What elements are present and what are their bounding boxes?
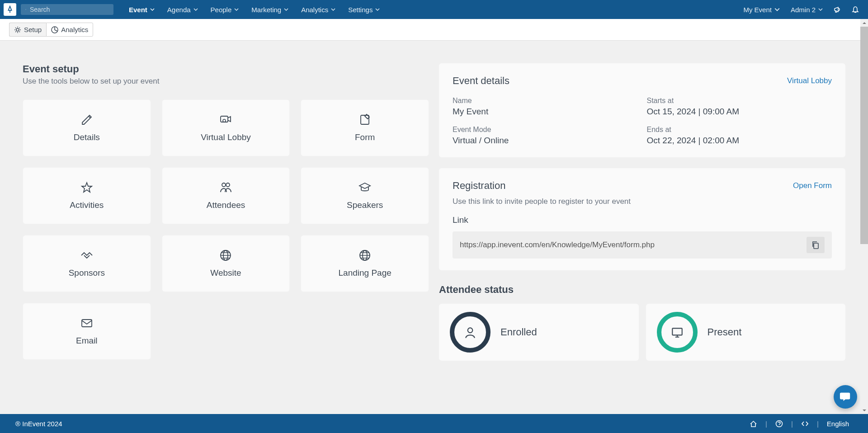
card-label: Landing Page [339,268,392,278]
people-icon [219,181,232,194]
notifications-button[interactable] [846,0,864,19]
registration-title: Registration [453,180,505,192]
scroll-down-arrow[interactable] [860,406,868,412]
card-details[interactable]: Details [23,99,151,156]
user-icon [463,325,477,339]
present-donut [657,312,698,353]
attendee-status-section: Attendee status Enrolled Present [439,281,845,361]
copy-link-button[interactable] [807,237,825,253]
card-label: Attendees [207,200,245,210]
card-label: Virtual Lobby [201,132,251,142]
link-field-label: Link [453,215,832,225]
enrolled-card[interactable]: Enrolled [439,304,639,361]
nav-analytics[interactable]: Analytics [295,0,342,19]
search-icon [25,6,26,13]
scrollbar[interactable] [860,19,868,412]
right-column: Event details Virtual Lobby Name My Even… [439,63,845,376]
chevron-down-icon [284,7,288,12]
card-label: Activities [70,200,104,210]
globe-icon [359,249,371,262]
registration-subtitle: Use this link to invite people to regist… [453,197,832,206]
main-content: Event setup Use the tools below to set u… [0,41,868,412]
chat-icon [840,391,851,403]
card-attendees[interactable]: Attendees [162,167,290,224]
subtabs: Setup Analytics [0,19,868,41]
card-label: Email [76,336,98,346]
search-input-wrap[interactable] [21,4,113,15]
cap-icon [359,181,371,194]
form-icon [359,113,371,126]
chevron-down-icon [234,7,239,12]
pencil-icon [80,113,93,126]
event-details-title: Event details [453,75,509,87]
subtab-setup[interactable]: Setup [9,23,46,37]
scrollbar-thumb[interactable] [860,27,868,244]
card-speakers[interactable]: Speakers [301,167,429,224]
starts-value: Oct 15, 2024 | 09:00 AM [647,107,832,117]
registration-url[interactable]: https://app.inevent.com/en/Knowledge/MyE… [460,240,807,249]
card-virtual-lobby[interactable]: Virtual Lobby [162,99,290,156]
chevron-down-icon [193,7,198,12]
chevron-down-icon [818,7,823,12]
pie-chart-icon [51,26,58,33]
video-gear-icon [219,113,232,126]
registration-link-box: https://app.inevent.com/en/Knowledge/MyE… [453,231,832,259]
left-column: Event setup Use the tools below to set u… [23,63,429,376]
nav-people[interactable]: People [204,0,245,19]
starts-label: Starts at [647,97,832,105]
card-label: Sponsors [69,268,105,278]
copy-icon [811,241,820,249]
card-landing-page[interactable]: Landing Page [301,235,429,292]
card-sponsors[interactable]: Sponsors [23,235,151,292]
chevron-down-icon [774,7,780,12]
star-icon [80,181,93,194]
primary-nav: Event Agenda People Marketing Analytics … [123,0,386,19]
page-title: Event setup [23,63,429,75]
event-details-panel: Event details Virtual Lobby Name My Even… [439,63,845,157]
topbar-right: My Event Admin 2 [738,0,864,19]
attendee-status-title: Attendee status [439,284,845,296]
announcements-button[interactable] [828,0,846,19]
nav-settings[interactable]: Settings [342,0,386,19]
mode-value: Virtual / Online [453,136,638,146]
scroll-up-arrow[interactable] [860,19,868,27]
card-label: Form [355,132,375,142]
globe-icon [219,249,232,262]
bullhorn-icon [834,6,841,13]
enrolled-donut [450,312,491,353]
subtab-analytics[interactable]: Analytics [46,23,93,37]
mode-label: Event Mode [453,126,638,134]
chevron-down-icon [375,7,380,12]
ends-label: Ends at [647,126,832,134]
event-switcher[interactable]: My Event [738,0,785,19]
name-label: Name [453,97,638,105]
card-activities[interactable]: Activities [23,167,151,224]
chevron-down-icon [150,7,155,12]
card-label: Details [74,132,100,142]
page-subtitle: Use the tools below to set up your event [23,77,429,86]
card-email[interactable]: Email [23,303,151,360]
open-form-link[interactable]: Open Form [793,181,832,190]
ends-value: Oct 22, 2024 | 02:00 AM [647,136,832,146]
virtual-lobby-link[interactable]: Virtual Lobby [787,76,832,85]
card-label: Speakers [347,200,383,210]
nav-event[interactable]: Event [123,0,161,19]
gear-icon [14,26,21,33]
nav-agenda[interactable]: Agenda [161,0,204,19]
handshake-icon [80,249,93,262]
present-card[interactable]: Present [646,304,846,361]
search-input[interactable] [30,6,109,13]
topbar: Event Agenda People Marketing Analytics … [0,0,868,19]
nav-marketing[interactable]: Marketing [245,0,295,19]
monitor-icon [670,325,684,339]
name-value: My Event [453,107,638,117]
registration-panel: Registration Open Form Use this link to … [439,168,845,270]
bell-icon [852,6,859,13]
mail-icon [80,317,93,329]
card-website[interactable]: Website [162,235,290,292]
user-menu[interactable]: Admin 2 [785,0,828,19]
card-form[interactable]: Form [301,99,429,156]
card-label: Website [210,268,241,278]
chat-widget-button[interactable] [834,385,857,409]
app-logo[interactable] [4,3,16,16]
